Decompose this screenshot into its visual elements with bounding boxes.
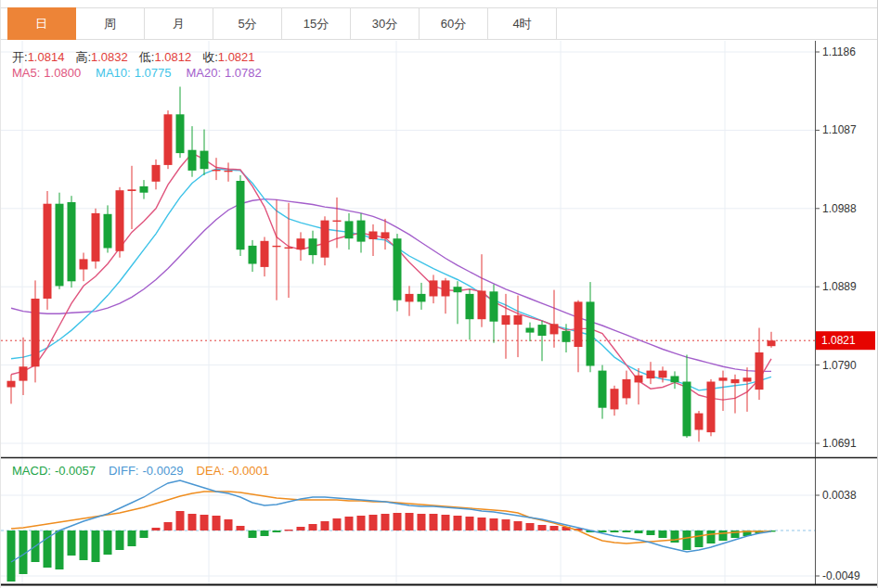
svg-text:-0.0049: -0.0049 — [822, 569, 860, 582]
open-value: 1.0814 — [28, 50, 65, 64]
tab-4hour[interactable]: 4时 — [488, 8, 557, 39]
tab-day[interactable]: 日 — [7, 7, 76, 40]
ma5-value: 1.0800 — [44, 66, 81, 80]
ma5-label: MA5: — [12, 66, 40, 80]
svg-text:1.0821: 1.0821 — [821, 334, 856, 347]
close-label: 收: — [202, 50, 218, 64]
tab-month[interactable]: 月 — [145, 8, 213, 39]
ohlc-legend: 开:1.0814高:1.0832低:1.0812收:1.0821 — [12, 49, 266, 66]
dea-label: DEA: — [197, 464, 225, 478]
svg-text:1.0889: 1.0889 — [822, 280, 857, 293]
tab-15min[interactable]: 15分 — [282, 8, 351, 39]
tab-5min[interactable]: 5分 — [213, 8, 282, 39]
ma10-label: MA10: — [96, 66, 131, 80]
dea-value: -0.0001 — [228, 464, 269, 478]
macd-legend: MACD:-0.0057DIFF:-0.0029DEA:-0.0001 — [12, 464, 269, 478]
low-value: 1.0812 — [154, 50, 191, 64]
tab-30min[interactable]: 30分 — [351, 8, 420, 39]
diff-value: -0.0029 — [142, 464, 183, 478]
open-label: 开: — [12, 50, 28, 64]
svg-text:1.1186: 1.1186 — [822, 45, 856, 58]
low-label: 低: — [139, 50, 155, 64]
ma20-label: MA20: — [186, 66, 221, 80]
svg-text:1.0691: 1.0691 — [822, 437, 857, 450]
high-label: 高: — [75, 50, 91, 64]
svg-text:1.1087: 1.1087 — [822, 123, 857, 136]
chart-marks: 1.11861.10871.09881.08891.07901.06910.00… — [1, 41, 878, 585]
trading-chart-app: 日 周 月 5分 15分 30分 60分 4时 1.11861.10871.09… — [0, 0, 878, 588]
macd-value: -0.0057 — [55, 464, 96, 478]
ma20-value: 1.0782 — [225, 66, 262, 80]
timeframe-tabbar: 日 周 月 5分 15分 30分 60分 4时 — [1, 7, 877, 40]
svg-text:0.0038: 0.0038 — [822, 489, 857, 502]
macd-label: MACD: — [12, 464, 51, 478]
ma10-value: 1.0775 — [135, 66, 172, 80]
svg-text:1.0988: 1.0988 — [822, 202, 857, 215]
ma-legend: MA5:1.0800MA10:1.0775MA20:1.0782 — [12, 66, 262, 80]
tab-60min[interactable]: 60分 — [420, 8, 488, 39]
tab-week[interactable]: 周 — [76, 8, 145, 39]
close-value: 1.0821 — [218, 50, 255, 64]
diff-label: DIFF: — [109, 464, 139, 478]
chart-canvas[interactable]: 1.11861.10871.09881.08891.07901.06910.00… — [1, 41, 878, 588]
high-value: 1.0832 — [91, 50, 128, 64]
svg-text:1.0790: 1.0790 — [822, 359, 857, 372]
